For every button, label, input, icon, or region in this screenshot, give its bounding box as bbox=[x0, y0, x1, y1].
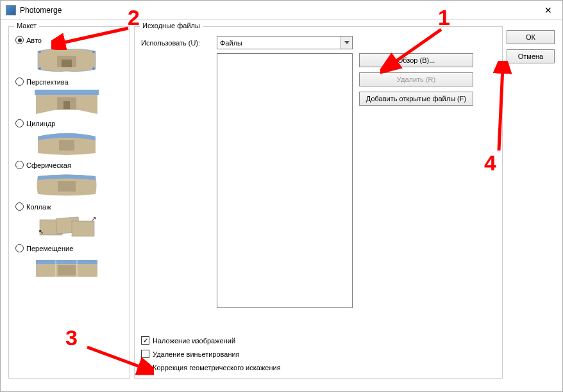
remove-button[interactable]: Удалить (R) bbox=[359, 72, 473, 86]
check-label: Коррекция геометрического искажения bbox=[153, 364, 281, 372]
file-list[interactable] bbox=[217, 53, 353, 308]
action-buttons: ОК Отмена bbox=[507, 30, 555, 384]
svg-rect-17 bbox=[36, 260, 97, 264]
chevron-down-icon bbox=[340, 37, 352, 49]
options-checkboxes: Наложение изображений Удаление виньетиро… bbox=[141, 336, 496, 372]
layout-legend: Макет bbox=[14, 22, 39, 29]
layout-label: Авто bbox=[26, 37, 42, 44]
radio-icon bbox=[15, 161, 24, 169]
titlebar: Photomerge ✕ bbox=[1, 1, 562, 20]
file-buttons: Обзор (B)... Удалить (R) Добавить открыт… bbox=[359, 53, 473, 330]
checkbox-icon bbox=[141, 336, 149, 345]
app-icon bbox=[6, 5, 16, 15]
svg-rect-13 bbox=[72, 221, 94, 236]
close-button[interactable]: ✕ bbox=[534, 1, 562, 20]
radio-icon bbox=[15, 119, 24, 127]
layout-label: Сферическая bbox=[26, 161, 71, 169]
svg-rect-1 bbox=[62, 60, 72, 67]
use-label: Использовать (U): bbox=[141, 39, 213, 47]
source-fieldset: Исходные файлы Использовать (U): Файлы О… bbox=[134, 26, 503, 379]
cancel-button[interactable]: Отмена bbox=[507, 49, 555, 63]
check-label: Удаление виньетирования bbox=[153, 350, 240, 358]
layout-option-cylinder[interactable]: Цилиндр bbox=[15, 119, 123, 127]
svg-text:↖: ↖ bbox=[38, 228, 44, 235]
source-legend: Исходные файлы bbox=[140, 22, 203, 29]
layout-label: Цилиндр bbox=[26, 120, 55, 127]
check-blend[interactable]: Наложение изображений bbox=[141, 336, 496, 345]
layout-label: Перспектива bbox=[26, 78, 69, 86]
source-body: Обзор (B)... Удалить (R) Добавить открыт… bbox=[141, 53, 496, 330]
content-area: Макет Авто Перспектива bbox=[1, 20, 562, 391]
layout-label: Перемещение bbox=[26, 245, 73, 252]
ok-button[interactable]: ОК bbox=[507, 30, 555, 44]
layout-option-auto[interactable]: Авто bbox=[15, 36, 123, 44]
radio-icon bbox=[15, 202, 24, 211]
checkbox-icon bbox=[141, 350, 149, 358]
use-value: Файлы bbox=[220, 39, 242, 47]
use-dropdown[interactable]: Файлы bbox=[217, 36, 353, 49]
window-title: Photomerge bbox=[20, 6, 534, 15]
svg-rect-8 bbox=[63, 101, 70, 109]
thumb-spherical bbox=[35, 173, 99, 197]
thumb-collage: ↖ ↗ bbox=[35, 215, 99, 239]
svg-rect-9 bbox=[59, 140, 74, 151]
layout-fieldset: Макет Авто Перспектива bbox=[8, 26, 130, 379]
use-row: Использовать (U): Файлы bbox=[141, 36, 496, 49]
browse-button[interactable]: Обзор (B)... bbox=[359, 53, 473, 67]
layout-option-spherical[interactable]: Сферическая bbox=[15, 161, 123, 169]
thumb-reposition bbox=[35, 256, 99, 281]
radio-icon bbox=[15, 36, 24, 44]
checkbox-icon bbox=[141, 363, 149, 372]
layout-option-collage[interactable]: Коллаж bbox=[15, 202, 123, 211]
check-vignette[interactable]: Удаление виньетирования bbox=[141, 350, 496, 358]
layout-option-reposition[interactable]: Перемещение bbox=[15, 244, 123, 252]
layout-option-perspective[interactable]: Перспектива bbox=[15, 78, 123, 86]
svg-text:↗: ↗ bbox=[91, 215, 96, 222]
thumb-cylinder bbox=[35, 131, 99, 156]
radio-icon bbox=[15, 244, 24, 252]
check-geometric[interactable]: Коррекция геометрического искажения bbox=[141, 363, 496, 372]
add-open-files-button[interactable]: Добавить открытые файлы (F) bbox=[359, 92, 473, 106]
svg-point-3 bbox=[92, 51, 95, 53]
svg-point-4 bbox=[38, 67, 41, 70]
photomerge-dialog: Photomerge ✕ Макет Авто bbox=[0, 0, 563, 392]
svg-rect-18 bbox=[58, 265, 76, 275]
svg-point-2 bbox=[38, 51, 41, 53]
svg-rect-6 bbox=[35, 90, 99, 95]
svg-rect-10 bbox=[58, 181, 76, 192]
check-label: Наложение изображений bbox=[153, 337, 235, 345]
svg-point-5 bbox=[92, 67, 95, 70]
radio-icon bbox=[15, 78, 24, 86]
thumb-perspective bbox=[35, 90, 99, 114]
thumb-auto bbox=[35, 48, 99, 72]
layout-label: Коллаж bbox=[26, 203, 51, 211]
